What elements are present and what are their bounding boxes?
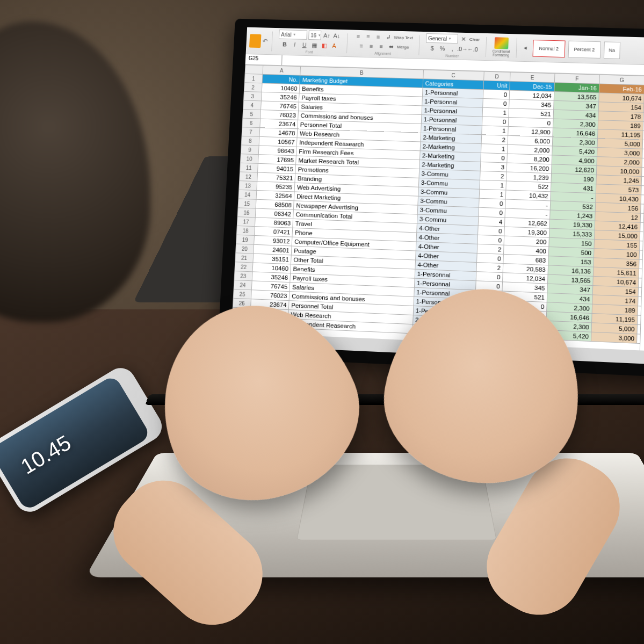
number-group-label: Number <box>445 54 459 58</box>
align-left-icon[interactable]: ≡ <box>357 41 365 50</box>
cell[interactable]: 1 <box>480 180 506 190</box>
cell[interactable]: 0 <box>483 90 510 99</box>
underline-icon[interactable]: U <box>300 41 309 49</box>
italic-icon[interactable]: I <box>290 40 299 49</box>
align-bot-icon[interactable]: ≡ <box>374 33 382 41</box>
cell[interactable]: 0 <box>477 235 504 245</box>
cell[interactable]: 1 <box>482 107 509 117</box>
cell[interactable]: 1 <box>479 189 506 199</box>
row-header[interactable]: 1 <box>244 74 262 83</box>
cell[interactable]: 10460 <box>262 83 300 93</box>
row-header[interactable]: 11 <box>240 163 258 172</box>
row-header[interactable]: 5 <box>243 109 261 119</box>
header-unit[interactable]: Unit <box>483 81 510 90</box>
cell[interactable]: 0 <box>476 253 503 263</box>
conditional-formatting-button[interactable]: Conditional Formatting <box>490 37 512 57</box>
cell[interactable]: 0 <box>482 117 509 126</box>
alignment-group-label: Alignment <box>374 52 391 56</box>
inc-decimal-icon[interactable]: .0→ <box>458 45 467 53</box>
currency-icon[interactable]: $ <box>428 44 437 53</box>
row-header[interactable]: 4 <box>243 100 261 110</box>
row-header[interactable]: 21 <box>235 253 254 263</box>
fill-color-icon[interactable]: ◧ <box>320 41 329 49</box>
row-header[interactable]: 19 <box>236 235 255 244</box>
comma-icon[interactable]: , <box>448 45 457 53</box>
cell[interactable]: 3,000 <box>591 332 637 343</box>
wrap-text-button[interactable]: ↲ <box>384 33 393 41</box>
dec-decimal-icon[interactable]: ←.0 <box>468 45 477 54</box>
row-header[interactable]: 18 <box>236 226 255 235</box>
percent-icon[interactable]: % <box>438 44 446 53</box>
align-top-icon[interactable]: ≡ <box>354 32 363 41</box>
file-icon[interactable] <box>249 34 262 48</box>
row-header[interactable]: 3 <box>244 91 262 101</box>
decrease-font-icon[interactable]: A↓ <box>332 32 341 40</box>
row-header[interactable]: 22 <box>235 262 253 272</box>
cell[interactable]: 2 <box>480 171 506 181</box>
clear-button[interactable]: ✕ <box>459 35 468 44</box>
number-group: General ✕ Clear $ % , .0→ ←.0 Number <box>423 33 482 59</box>
row-header[interactable]: 8 <box>241 136 259 146</box>
row-header[interactable]: 16 <box>237 208 256 218</box>
alignment-group: ≡ ≡ ≡ ↲ Wrap Text ≡ ≡ ≡ ⬌ Merge Alignmen… <box>351 31 415 57</box>
cell[interactable]: 2 <box>476 263 503 273</box>
col-header[interactable] <box>245 65 263 74</box>
row-header[interactable]: 7 <box>242 127 260 137</box>
col-header[interactable]: D <box>483 71 510 81</box>
cell[interactable]: 2 <box>477 244 504 254</box>
cell[interactable]: 3 <box>480 162 507 172</box>
cell[interactable]: 1 <box>481 144 508 154</box>
font-name-select[interactable]: Arial <box>279 30 307 40</box>
bold-icon[interactable]: B <box>280 40 289 49</box>
cell[interactable]: 0 <box>476 272 503 282</box>
merge-label: Merge <box>397 45 409 49</box>
row-header[interactable]: 25 <box>233 289 251 299</box>
row-header[interactable]: 6 <box>242 118 261 128</box>
cell[interactable]: 0 <box>479 207 505 218</box>
header-no[interactable]: No. <box>262 74 300 84</box>
row-header[interactable]: 10 <box>240 154 258 164</box>
name-box[interactable]: G25 <box>245 54 283 65</box>
cell[interactable]: 0 <box>482 98 509 108</box>
cell-style-normal2[interactable]: Normal 2 <box>532 40 565 57</box>
merge-button[interactable]: ⬌ <box>387 42 395 51</box>
row-header[interactable]: 14 <box>238 190 257 199</box>
font-group: Arial 16 A↑ A↓ B I U ▦ ◧ A Font <box>276 29 343 55</box>
align-mid-icon[interactable]: ≡ <box>364 32 372 41</box>
row-header[interactable]: 20 <box>236 244 254 254</box>
border-icon[interactable]: ▦ <box>310 41 319 49</box>
align-right-icon[interactable]: ≡ <box>377 42 386 50</box>
font-size-select[interactable]: 16 <box>308 30 321 40</box>
cell-style-na[interactable]: Na <box>604 41 620 59</box>
col-header[interactable]: A <box>263 66 301 76</box>
row-header[interactable]: 24 <box>234 280 252 290</box>
font-group-label: Font <box>305 50 313 54</box>
cell[interactable]: 0 <box>479 198 505 208</box>
cell[interactable]: 2 <box>481 135 508 144</box>
cell[interactable]: 1 <box>482 126 509 135</box>
align-center-icon[interactable]: ≡ <box>367 42 375 50</box>
row-header[interactable]: 9 <box>241 145 259 155</box>
row-header[interactable]: 17 <box>237 217 255 227</box>
cell-style-percent2[interactable]: Percent 2 <box>568 40 600 58</box>
cell[interactable]: 0 <box>481 153 508 163</box>
wrap-text-label: Wrap Text <box>394 35 413 40</box>
style-prev-icon[interactable]: ◂ <box>521 44 530 52</box>
row-header[interactable]: 12 <box>240 172 258 182</box>
row-header[interactable]: 23 <box>234 271 252 281</box>
row-header[interactable]: 15 <box>238 199 256 208</box>
number-format-select[interactable]: General <box>426 33 458 44</box>
undo-icon[interactable]: ↶ <box>262 37 267 45</box>
row-header[interactable]: 2 <box>244 83 262 92</box>
cell[interactable]: 35246 <box>261 92 299 102</box>
cell[interactable]: 0 <box>477 226 504 236</box>
cell[interactable]: 4 <box>478 216 505 227</box>
clear-label: Clear <box>469 37 480 42</box>
font-color-icon[interactable]: A <box>330 41 338 50</box>
row-header[interactable]: 13 <box>239 181 257 191</box>
increase-font-icon[interactable]: A↑ <box>322 31 331 40</box>
